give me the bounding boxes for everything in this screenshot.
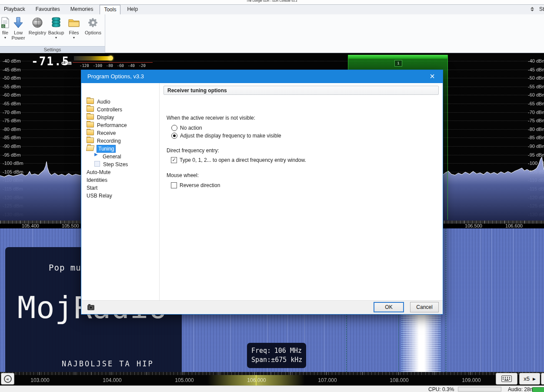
tab-tools[interactable]: Tools — [100, 5, 120, 14]
registry-icon — [32, 16, 43, 29]
tab-memories[interactable]: Memories — [67, 5, 97, 14]
spectrum-freq-label: 105.400 — [22, 224, 39, 228]
progress-bar — [458, 387, 501, 392]
tree-item-controllers[interactable]: Controllers — [87, 106, 122, 114]
backup-button[interactable]: Backup ▼ — [47, 15, 66, 46]
ruler-label: 106.000 — [247, 375, 266, 385]
tab-help[interactable]: Help — [123, 5, 142, 14]
checkbox-direct-frequency-entry[interactable]: Type 0, 1, 2... to open a direct frequen… — [171, 157, 306, 163]
dialog-body: AudioControllersDisplayPerformanceReceiv… — [81, 83, 443, 300]
window-titlebar[interactable]: The Dongle SDR - SDR Console v3.3 — [0, 0, 544, 5]
tree-item-general[interactable]: General — [94, 153, 121, 161]
cpu-usage: CPU: 0.3% — [428, 386, 454, 392]
signal-meter-bar — [74, 56, 111, 60]
program-options-dialog: Program Options, v3.3 × AudioControllers… — [81, 70, 443, 315]
database-icon — [51, 16, 61, 29]
ribbon-tabs: PlaybackFavouritesMemoriesToolsHelp — [0, 5, 144, 14]
ok-button[interactable]: OK — [374, 302, 404, 312]
waterfall-streak — [534, 228, 534, 372]
chevron-down-icon — [531, 10, 534, 11]
folder-icon — [87, 130, 94, 135]
freq-value: 106 MHz — [274, 346, 302, 355]
station-slogan: NAJBOLJSE TA HIP — [62, 359, 154, 368]
scroll-right-button[interactable]: » — [541, 373, 544, 385]
right-arrow-icon: ▶ — [533, 377, 536, 381]
checkbox-icon — [171, 182, 177, 188]
signal-meter-dot — [108, 56, 113, 60]
waterfall-streak — [481, 228, 481, 372]
tree-separator — [159, 83, 160, 300]
tree-item-step-sizes[interactable]: Step Sizes — [94, 161, 128, 168]
waterfall-streak — [491, 228, 492, 372]
ruler-label: 103.000 — [30, 375, 49, 385]
arrow-icon — [94, 154, 100, 159]
signal-meter-line — [73, 62, 153, 63]
receiver-span-handle[interactable] — [348, 55, 447, 59]
radio-no-action[interactable]: No action — [171, 125, 202, 131]
down-arrow-icon — [13, 16, 24, 29]
tree-item-receive[interactable]: Receive — [87, 129, 116, 137]
close-icon[interactable]: × — [426, 70, 439, 83]
ruler-tick-strip — [0, 372, 544, 375]
folder-open-icon — [86, 145, 94, 151]
scroll-left-button[interactable]: « — [1, 373, 14, 385]
ruler-label: 104.000 — [103, 375, 121, 385]
spectrum-freq-label: 106.500 — [465, 224, 482, 228]
svg-text:G: G — [2, 25, 4, 28]
frequency-ruler[interactable]: 103.000104.000105.000106.000107.000108.0… — [0, 372, 544, 385]
keyboard-entry-button[interactable] — [496, 373, 517, 385]
tree-item-display[interactable]: Display — [87, 114, 114, 121]
cancel-button[interactable]: Cancel — [410, 302, 439, 312]
span-value: ±675 kHz — [271, 355, 302, 365]
tab-playback[interactable]: Playback — [0, 5, 29, 14]
ribbon-collapse-button[interactable] — [529, 6, 536, 13]
tree-item-start[interactable]: Start — [87, 184, 97, 192]
ribbon-toolbar: G file ▼ Low Power Registry Backup ▼ — [0, 14, 544, 53]
ruler-label: 108.000 — [390, 375, 408, 385]
gear-icon — [87, 16, 99, 29]
dialog-footer: OK Cancel — [81, 300, 443, 314]
ruler-label: 109.000 — [462, 375, 481, 385]
tree-item-recording[interactable]: Recording — [87, 137, 121, 145]
frequency-span-readout: Freq:106 MHz Span:±675 kHz — [247, 343, 306, 368]
radio-selected-icon — [171, 133, 177, 139]
folder-icon — [68, 16, 80, 29]
radio-icon — [171, 125, 177, 131]
tree-item-performance[interactable]: Performance — [87, 121, 127, 129]
waterfall-streak — [513, 228, 514, 372]
checkbox-reverse-direction[interactable]: Reverse direction — [171, 182, 220, 188]
dialog-titlebar[interactable]: Program Options, v3.3 × — [81, 70, 443, 83]
dropdown-arrow-icon: ▼ — [4, 36, 7, 39]
tree-item-audio[interactable]: Audio — [87, 98, 110, 106]
freq-label: Freq: — [251, 346, 271, 355]
style-menu-label[interactable]: Style — [539, 6, 544, 12]
tree-item-identities[interactable]: Identities — [87, 176, 107, 184]
tree-item-tuning[interactable]: Tuning — [87, 145, 115, 153]
ribbon-group-settings-label: Settings — [0, 46, 105, 53]
window-title: The Dongle SDR - SDR Console v3.3 — [198, 0, 346, 2]
meter-scale: -120-100-80-60-40-20 — [80, 64, 146, 68]
section-label-direct-entry: Direct frequency entry: — [167, 147, 219, 154]
tree-item-auto-mute[interactable]: Auto-Mute — [87, 168, 110, 176]
low-power-button[interactable]: Low Power — [10, 15, 27, 46]
keyboard-icon — [501, 375, 512, 382]
tree-item-usb-relay[interactable]: USB Relay — [87, 192, 112, 200]
ribbon-group-separator — [105, 14, 105, 53]
registry-button[interactable]: Registry — [27, 15, 47, 46]
audio-level-indicator — [532, 387, 544, 392]
status-bar: CPU: 0.3% Audio: 28ms — [0, 385, 544, 392]
zoom-button[interactable]: x5▶ — [519, 373, 540, 385]
files-button[interactable]: Files ▼ — [66, 15, 82, 46]
document-icon: G — [0, 16, 10, 29]
spectrum-freq-label: 105.500 — [62, 224, 79, 228]
dialog-title: Program Options, v3.3 — [87, 70, 144, 83]
dropdown-arrow-icon: ▼ — [73, 36, 76, 39]
folder-icon — [87, 122, 94, 127]
spectrum-freq-label: 106.600 — [505, 224, 523, 228]
folder-icon — [87, 114, 94, 120]
options-button[interactable]: Options — [82, 15, 104, 46]
screenshot-camera-button[interactable] — [87, 305, 94, 310]
tab-favourites[interactable]: Favourites — [32, 5, 64, 14]
radio-adjust-display-frequency[interactable]: Adjust the display frequency to make vis… — [171, 133, 281, 139]
receiver-number-badge: 1 — [394, 60, 402, 67]
